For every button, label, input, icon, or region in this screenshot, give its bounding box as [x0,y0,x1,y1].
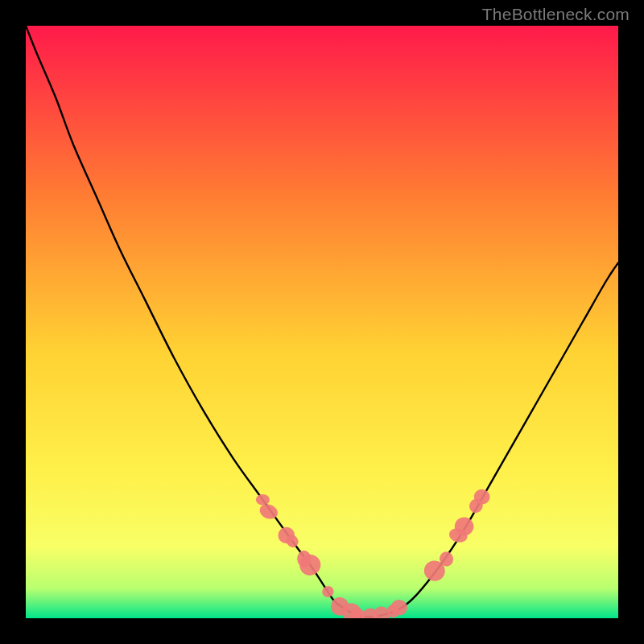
watermark-text: TheBottleneck.com [482,5,630,24]
chart-plot-area [26,26,618,618]
curve-marker [390,600,407,616]
chart-svg [26,26,618,618]
chart-background [26,26,618,618]
